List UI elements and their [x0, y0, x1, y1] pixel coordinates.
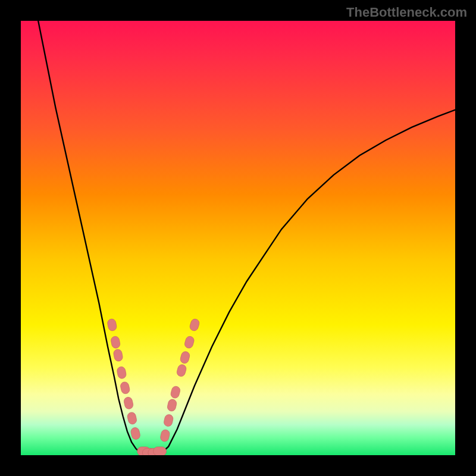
- site-label: TheBottleneck.com: [346, 5, 467, 20]
- curve-markers: [107, 318, 200, 455]
- svg-rect-11: [170, 386, 181, 399]
- plot-area: [21, 21, 455, 455]
- svg-rect-3: [117, 366, 127, 379]
- outer-frame: TheBottleneck.com: [0, 0, 476, 476]
- curve-svg: [21, 21, 455, 455]
- svg-rect-12: [176, 364, 187, 377]
- svg-rect-4: [120, 381, 130, 395]
- svg-rect-14: [184, 336, 195, 349]
- svg-rect-13: [180, 350, 191, 364]
- svg-rect-15: [189, 318, 200, 331]
- svg-rect-8: [159, 429, 170, 443]
- svg-rect-10: [167, 399, 177, 412]
- svg-rect-2: [113, 349, 124, 362]
- bottleneck-curve: [38, 21, 455, 455]
- svg-rect-6: [127, 412, 137, 425]
- svg-rect-0: [107, 318, 117, 331]
- svg-rect-9: [163, 414, 174, 427]
- svg-rect-19: [154, 447, 167, 455]
- svg-rect-5: [123, 396, 134, 410]
- svg-rect-1: [110, 336, 121, 349]
- svg-rect-7: [130, 427, 141, 440]
